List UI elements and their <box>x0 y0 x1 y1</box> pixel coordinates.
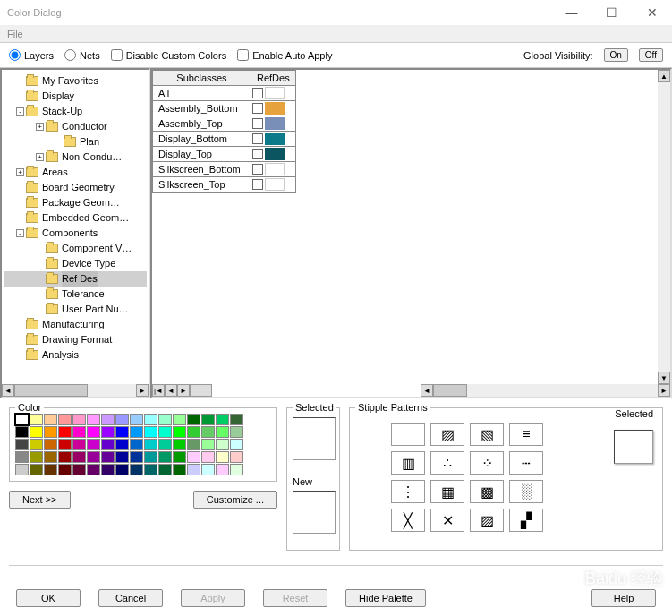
chk-disable-custom[interactable]: Disable Custom Colors <box>111 49 226 61</box>
stipple-vert[interactable]: ▥ <box>391 451 425 475</box>
maximize-button[interactable]: ☐ <box>591 0 632 25</box>
tree-item[interactable]: Display <box>4 89 147 104</box>
stipple-x2[interactable]: ✕ <box>430 509 464 532</box>
palette-cell[interactable] <box>216 439 229 450</box>
tree-h-scrollbar[interactable]: ◄► <box>2 384 149 397</box>
palette-cell[interactable] <box>87 439 100 450</box>
palette-cell[interactable] <box>216 414 229 425</box>
palette-cell[interactable] <box>44 439 57 450</box>
stipple-diag3[interactable]: ▨ <box>470 509 504 532</box>
palette-cell[interactable] <box>130 439 143 450</box>
palette-cell[interactable] <box>130 426 143 438</box>
palette-cell[interactable] <box>30 464 43 475</box>
palette-cell[interactable] <box>30 426 43 438</box>
col-subclasses[interactable]: Subclasses <box>153 71 251 86</box>
palette-cell[interactable] <box>87 464 100 475</box>
palette-cell[interactable] <box>115 414 129 425</box>
stipple-dots2[interactable]: ⁘ <box>470 451 504 475</box>
palette-cell[interactable] <box>158 464 172 475</box>
palette-cell[interactable] <box>15 426 29 438</box>
palette-cell[interactable] <box>187 439 200 450</box>
palette-cell[interactable] <box>173 426 186 438</box>
palette-cell[interactable] <box>130 464 143 475</box>
visibility-checkbox[interactable] <box>252 118 263 129</box>
help-button[interactable]: Help <box>591 589 656 607</box>
color-swatch[interactable] <box>265 87 285 99</box>
tree-item[interactable]: -Stack-Up <box>4 104 147 119</box>
table-row[interactable]: Silkscreen_Top <box>153 177 296 192</box>
stipple-dots1[interactable]: ∴ <box>430 451 464 475</box>
stipple-grid[interactable]: ▩ <box>470 480 504 503</box>
palette-cell[interactable] <box>230 439 243 450</box>
palette-cell[interactable] <box>87 451 100 463</box>
palette-cell[interactable] <box>158 426 172 438</box>
palette-cell[interactable] <box>15 439 29 450</box>
palette-cell[interactable] <box>101 426 115 438</box>
palette-cell[interactable] <box>130 451 143 463</box>
palette-cell[interactable] <box>58 464 72 475</box>
visibility-checkbox[interactable] <box>252 164 263 175</box>
palette-cell[interactable] <box>58 439 72 450</box>
palette-cell[interactable] <box>44 426 57 438</box>
visibility-checkbox[interactable] <box>252 133 263 144</box>
palette-cell[interactable] <box>158 439 172 450</box>
stipple-x1[interactable]: ╳ <box>391 509 425 532</box>
minimize-button[interactable]: — <box>551 0 591 25</box>
menu-file[interactable]: File <box>7 29 23 39</box>
stipple-solid[interactable] <box>391 423 425 446</box>
palette-cell[interactable] <box>72 439 86 450</box>
palette-cell[interactable] <box>44 414 57 425</box>
customize-button[interactable]: Customize ... <box>193 491 277 509</box>
palette-cell[interactable] <box>30 451 43 463</box>
stipple-dense[interactable]: ░ <box>509 480 543 503</box>
col-refdes[interactable]: RefDes <box>251 71 296 86</box>
stipple-horiz[interactable]: ≡ <box>509 423 543 446</box>
table-row[interactable]: All <box>153 86 296 101</box>
stipple-dash[interactable]: ┄ <box>509 451 543 475</box>
next-button[interactable]: Next >> <box>9 491 71 509</box>
tree-item[interactable]: My Favorites <box>4 73 147 89</box>
palette-cell[interactable] <box>15 451 29 463</box>
stipple-checker[interactable]: ▞ <box>509 509 543 532</box>
palette-cell[interactable] <box>72 451 86 463</box>
tree-item[interactable]: Plan <box>4 134 147 150</box>
palette-cell[interactable] <box>201 414 215 425</box>
color-swatch[interactable] <box>265 102 285 115</box>
radio-nets[interactable]: Nets <box>64 49 100 61</box>
palette-cell[interactable] <box>101 464 115 475</box>
palette-cell[interactable] <box>115 451 129 463</box>
visibility-checkbox[interactable] <box>252 149 263 159</box>
right-v-scrollbar[interactable]: ▲▼ <box>658 70 670 384</box>
table-row[interactable]: Assembly_Bottom <box>153 101 296 116</box>
palette-cell[interactable] <box>201 426 215 438</box>
palette-cell[interactable] <box>101 439 115 450</box>
tree-item[interactable]: Analysis <box>4 347 147 363</box>
palette-cell[interactable] <box>158 451 172 463</box>
palette-cell[interactable] <box>187 414 200 425</box>
palette-cell[interactable] <box>30 414 43 425</box>
palette-cell[interactable] <box>216 464 229 475</box>
palette-cell[interactable] <box>187 426 200 438</box>
reset-button[interactable]: Reset <box>263 589 327 607</box>
tree-item[interactable]: Package Geom… <box>4 195 147 210</box>
palette-cell[interactable] <box>72 414 86 425</box>
tree-item[interactable]: +Conductor <box>4 119 147 134</box>
radio-layers[interactable]: Layers <box>9 49 54 61</box>
palette-cell[interactable] <box>230 426 243 438</box>
palette-cell[interactable] <box>115 439 129 450</box>
tree-item[interactable]: Component V… <box>4 241 147 256</box>
tree-item[interactable]: Drawing Format <box>4 332 147 347</box>
color-swatch[interactable] <box>265 163 285 175</box>
stipple-sparse[interactable]: ⋮ <box>391 480 425 503</box>
tree-item[interactable]: Embedded Geom… <box>4 210 147 226</box>
palette-cell[interactable] <box>58 414 72 425</box>
palette-cell[interactable] <box>101 451 115 463</box>
palette-cell[interactable] <box>173 464 186 475</box>
color-swatch[interactable] <box>265 178 285 191</box>
palette-cell[interactable] <box>144 414 157 425</box>
palette-cell[interactable] <box>72 464 86 475</box>
tab-nav-first[interactable]: |◄ <box>152 384 165 397</box>
palette-cell[interactable] <box>201 439 215 450</box>
tree-item[interactable]: Board Geometry <box>4 180 147 195</box>
tab-nav-next[interactable]: ► <box>177 384 190 397</box>
